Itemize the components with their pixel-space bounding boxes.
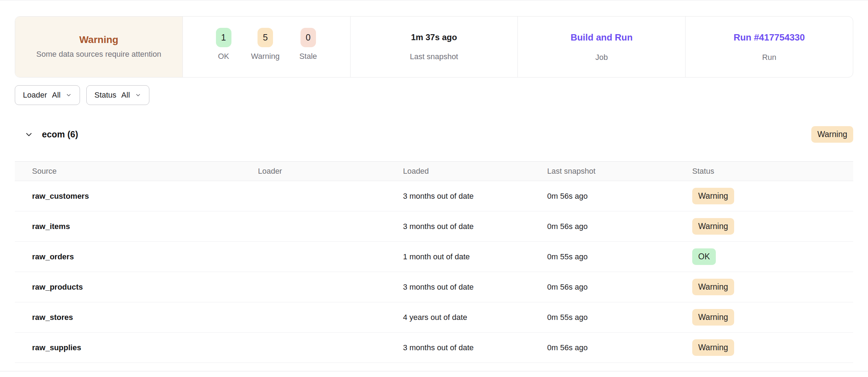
stat-value: 1m 37s ago	[411, 32, 457, 42]
status-badge: Warning	[692, 188, 734, 204]
group-header-ecom: ecom (6) Warning	[15, 126, 853, 143]
status-badge: OK	[692, 248, 716, 265]
counter-stale: 0 Stale	[299, 28, 317, 61]
stat-job: Build and Run Job	[517, 17, 685, 77]
chevron-down-icon	[66, 92, 72, 98]
column-header-loader: Loader	[258, 167, 403, 176]
source-cell: raw_products	[15, 283, 258, 292]
data-sources-page: Warning Some data sources require attent…	[0, 16, 868, 363]
counter-warning: 5 Warning	[251, 28, 280, 61]
bottom-divider	[0, 371, 868, 371]
source-cell: raw_stores	[15, 313, 258, 322]
table-row[interactable]: raw_supplies 3 months out of date 0m 56s…	[15, 333, 853, 363]
table-row[interactable]: raw_customers 3 months out of date 0m 56…	[15, 181, 853, 211]
filter-label: Loader	[23, 91, 47, 100]
filter-value: All	[121, 91, 130, 100]
last-snapshot-cell: 0m 55s ago	[547, 252, 692, 261]
table-header: Source Loader Loaded Last snapshot Statu…	[15, 161, 853, 181]
status-counters-card: 1 OK 5 Warning 0 Stale	[182, 17, 350, 77]
counter-label: OK	[218, 52, 229, 61]
status-badge: Warning	[692, 339, 734, 356]
last-snapshot-cell: 0m 55s ago	[547, 313, 692, 322]
stat-label: Run	[762, 53, 776, 62]
status-badge: Warning	[692, 279, 734, 295]
filter-value: All	[52, 91, 61, 100]
stat-link[interactable]: Build and Run	[571, 32, 633, 43]
stat-run: Run #417754330 Run	[685, 17, 853, 77]
table-row[interactable]: raw_stores 4 years out of date 0m 55s ag…	[15, 302, 853, 333]
last-snapshot-cell: 0m 56s ago	[547, 192, 692, 201]
loaded-cell: 3 months out of date	[403, 192, 547, 201]
table-row[interactable]: raw_orders 1 month out of date 0m 55s ag…	[15, 242, 853, 272]
filter-label: Status	[94, 91, 116, 100]
source-cell: raw_customers	[15, 192, 258, 201]
counter-value-pill: 1	[216, 28, 231, 47]
filter-status[interactable]: Status All	[86, 85, 149, 105]
status-badge: Warning	[692, 218, 734, 235]
overall-status-card: Warning Some data sources require attent…	[15, 17, 182, 77]
column-header-last-snapshot: Last snapshot	[547, 167, 692, 176]
column-header-source: Source	[15, 167, 258, 176]
chevron-down-icon	[135, 92, 141, 98]
counter-value-pill: 0	[300, 28, 316, 47]
table-body: raw_customers 3 months out of date 0m 56…	[15, 181, 853, 363]
last-snapshot-cell: 0m 56s ago	[547, 283, 692, 292]
source-cell: raw_orders	[15, 252, 258, 261]
counter-value-pill: 5	[258, 28, 273, 47]
group-collapse-toggle[interactable]	[24, 130, 33, 139]
loaded-cell: 3 months out of date	[403, 283, 547, 292]
table-row[interactable]: raw_products 3 months out of date 0m 56s…	[15, 272, 853, 302]
last-snapshot-cell: 0m 56s ago	[547, 343, 692, 352]
top-divider	[0, 0, 868, 0]
status-badge: Warning	[692, 309, 734, 326]
stat-last-snapshot: 1m 37s ago Last snapshot	[350, 17, 518, 77]
last-snapshot-cell: 0m 56s ago	[547, 222, 692, 231]
column-header-status: Status	[692, 167, 853, 176]
stat-label: Last snapshot	[410, 52, 458, 61]
overall-status-title: Warning	[79, 34, 118, 45]
counter-label: Stale	[299, 52, 317, 61]
summary-bar: Warning Some data sources require attent…	[15, 16, 853, 78]
sources-table: Source Loader Loaded Last snapshot Statu…	[15, 161, 853, 363]
source-cell: raw_supplies	[15, 343, 258, 352]
loaded-cell: 3 months out of date	[403, 343, 547, 352]
stat-label: Job	[595, 53, 608, 62]
group-status-badge: Warning	[811, 126, 853, 143]
chevron-down-icon	[24, 130, 33, 139]
loaded-cell: 3 months out of date	[403, 222, 547, 231]
filters-row: Loader All Status All	[15, 85, 853, 105]
counter-ok: 1 OK	[216, 28, 231, 61]
source-cell: raw_items	[15, 222, 258, 231]
stat-link[interactable]: Run #417754330	[733, 32, 805, 43]
table-row[interactable]: raw_items 3 months out of date 0m 56s ag…	[15, 211, 853, 242]
group-title: ecom (6)	[42, 129, 78, 140]
overall-status-subtitle: Some data sources require attention	[36, 49, 161, 59]
column-header-loaded: Loaded	[403, 167, 547, 176]
counter-label: Warning	[251, 52, 280, 61]
loaded-cell: 4 years out of date	[403, 313, 547, 322]
filter-loader[interactable]: Loader All	[15, 85, 80, 105]
loaded-cell: 1 month out of date	[403, 252, 547, 261]
